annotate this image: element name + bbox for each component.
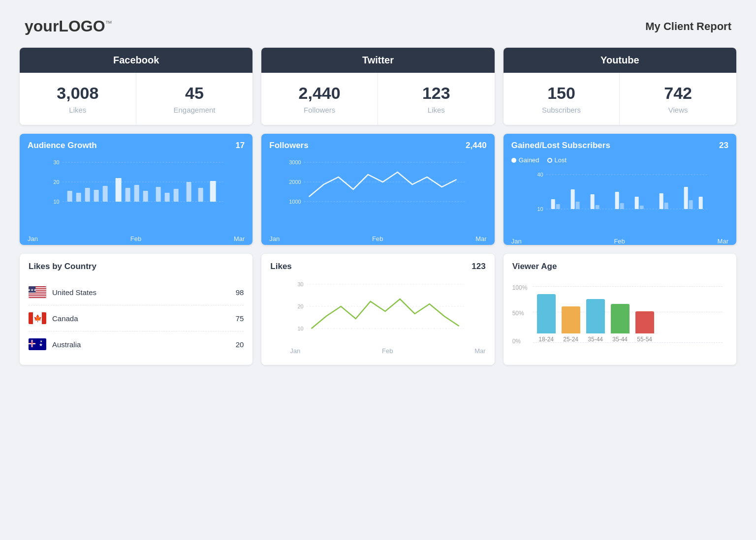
legend-lost-label: Lost <box>555 156 567 164</box>
viewer-age-body: 100% 50% 0% 18-24 25-24 <box>504 276 736 363</box>
twitter-card: Twitter 2,440 Followers 123 Likes <box>261 48 494 125</box>
svg-rect-41 <box>659 193 663 209</box>
svg-text:10: 10 <box>298 326 304 331</box>
svg-text:🍁: 🍁 <box>33 314 42 323</box>
ag-x-jan: Jan <box>28 235 38 242</box>
svg-text:20: 20 <box>53 179 59 185</box>
twitter-followers-value: 2,440 <box>271 84 368 103</box>
twitter-followers-cell: 2,440 Followers <box>261 73 378 125</box>
svg-text:10: 10 <box>537 206 543 212</box>
bottom-row: Likes by Country ★★★ <box>10 254 746 365</box>
twitter-likes-value: 123 <box>388 84 485 103</box>
svg-text:2000: 2000 <box>289 179 301 185</box>
likes-x-mar: Mar <box>474 347 485 355</box>
svg-rect-51 <box>29 295 46 296</box>
legend-gained-label: Gained <box>519 156 539 164</box>
likes-axis: Jan Feb Mar <box>270 345 485 355</box>
gained-lost-body: 40 10 <box>504 167 736 236</box>
viewer-age-header: Viewer Age <box>504 254 736 276</box>
svg-rect-14 <box>143 191 148 202</box>
svg-rect-56 <box>29 312 33 324</box>
svg-rect-57 <box>42 312 46 324</box>
flag-us: ★★★ <box>29 286 46 298</box>
followers-chart-title: Followers <box>269 141 308 150</box>
country-canada-count: 75 <box>236 314 244 323</box>
followers-chart-header: Followers 2,440 <box>261 134 494 154</box>
ag-x-feb: Feb <box>130 235 141 242</box>
followers-chart-card: Followers 2,440 3000 2000 1000 Jan Feb M… <box>261 134 494 245</box>
svg-text:20: 20 <box>298 303 304 309</box>
audience-growth-chart: 30 20 10 <box>28 157 245 221</box>
svg-text:★★★: ★★★ <box>29 288 36 292</box>
viewer-age-title: Viewer Age <box>512 262 557 271</box>
youtube-subscribers-value: 150 <box>513 84 610 103</box>
ag-x-mar: Mar <box>234 235 245 242</box>
report-title: My Client Report <box>645 20 731 33</box>
age-y-50: 50% <box>512 310 524 317</box>
youtube-subscribers-cell: 150 Subscribers <box>504 73 620 125</box>
age-bar-3544b: 35-44 <box>611 304 630 343</box>
facebook-engagement-cell: 45 Engagement <box>136 73 253 125</box>
svg-text:40: 40 <box>537 172 543 178</box>
viewer-age-card: Viewer Age 100% 50% 0% 18-24 <box>504 254 736 365</box>
svg-rect-20 <box>210 181 216 202</box>
svg-rect-7 <box>76 193 81 202</box>
likes-by-country-body: ★★★ United States 98 🍁 Canada 75 <box>20 276 252 365</box>
age-bar-5554-rect <box>635 311 654 333</box>
gained-lost-chart: 40 10 <box>511 170 728 229</box>
svg-rect-44 <box>689 200 693 209</box>
country-canada: 🍁 Canada 75 <box>29 305 244 331</box>
age-bar-3544b-rect <box>611 304 630 333</box>
svg-rect-19 <box>198 188 203 202</box>
audience-growth-card: Audience Growth 17 30 20 10 <box>20 134 252 245</box>
svg-rect-45 <box>698 197 702 209</box>
followers-axis: Jan Feb Mar <box>261 233 494 242</box>
country-australia-name: Australia <box>52 340 236 349</box>
gained-lost-legend: Gained Lost <box>504 154 736 167</box>
svg-rect-12 <box>126 188 130 202</box>
twitter-header: Twitter <box>261 48 494 73</box>
likes-x-feb: Feb <box>382 347 393 355</box>
legend-lost: Lost <box>547 156 567 164</box>
age-bar-2524-rect <box>562 306 580 333</box>
age-label-2524: 25-24 <box>563 336 578 343</box>
youtube-views-label: Views <box>630 106 726 114</box>
country-australia-count: 20 <box>236 340 244 349</box>
audience-growth-value: 17 <box>235 141 245 150</box>
country-usa: ★★★ United States 98 <box>29 279 244 305</box>
svg-rect-38 <box>620 203 624 209</box>
svg-rect-35 <box>590 194 594 209</box>
likes-chart-body: 30 20 10 Jan Feb Mar <box>261 276 494 362</box>
svg-rect-39 <box>634 197 638 209</box>
gained-lost-card: Gained/Lost Subscribers 23 Gained Lost 4… <box>504 134 736 245</box>
svg-rect-11 <box>116 178 122 202</box>
youtube-views-cell: 742 Views <box>620 73 736 125</box>
audience-growth-header: Audience Growth 17 <box>20 134 252 154</box>
platform-cards-row: Facebook 3,008 Likes 45 Engagement Twitt… <box>10 48 746 125</box>
facebook-likes-label: Likes <box>30 106 126 114</box>
svg-rect-16 <box>165 193 170 202</box>
gridline-100 <box>533 286 723 287</box>
likes-chart-title: Likes <box>270 262 291 271</box>
flag-au: ★ ★ <box>29 338 46 350</box>
svg-text:★: ★ <box>40 340 42 343</box>
likes-line-chart: 30 20 10 <box>270 279 485 343</box>
svg-text:30: 30 <box>53 159 59 165</box>
followers-chart-body: 3000 2000 1000 <box>261 154 494 233</box>
svg-rect-18 <box>187 182 191 202</box>
age-label-1824: 18-24 <box>538 336 554 343</box>
legend-gained-dot <box>511 158 516 163</box>
likes-x-jan: Jan <box>290 347 300 355</box>
svg-rect-37 <box>615 192 619 209</box>
twitter-likes-cell: 123 Likes <box>378 73 495 125</box>
gl-x-mar: Mar <box>718 238 728 245</box>
svg-rect-8 <box>85 188 90 202</box>
youtube-card: Youtube 150 Subscribers 742 Views <box>504 48 736 125</box>
age-bar-3544a: 35-44 <box>586 299 605 343</box>
svg-rect-10 <box>103 186 108 202</box>
twitter-stats: 2,440 Followers 123 Likes <box>261 73 494 125</box>
likes-by-country-header: Likes by Country <box>20 254 252 276</box>
facebook-engagement-label: Engagement <box>146 106 243 114</box>
facebook-likes-value: 3,008 <box>30 84 126 103</box>
logo: yourLOGO™ <box>25 17 112 35</box>
